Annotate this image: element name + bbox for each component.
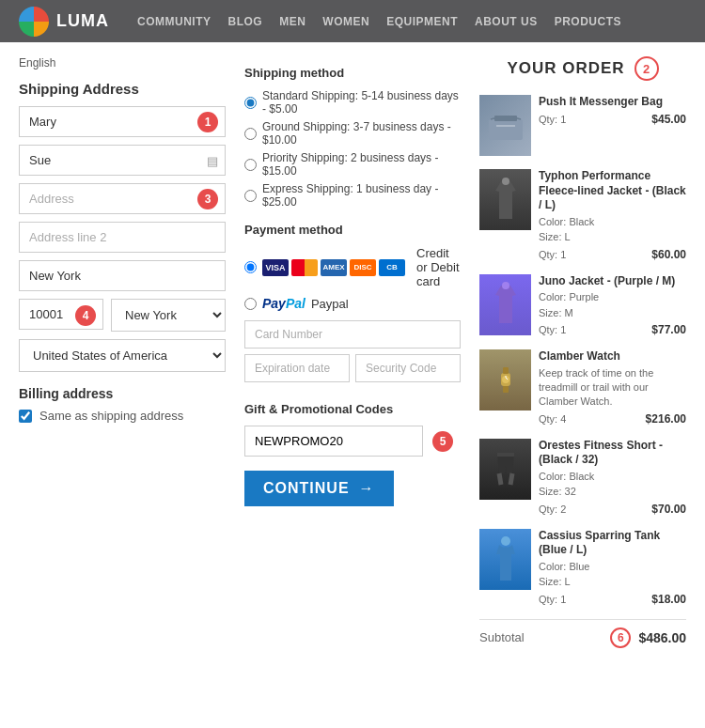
- shipping-address-title: Shipping Address: [19, 81, 226, 97]
- item-name-2: Juno Jacket - (Purple / M): [539, 274, 686, 289]
- country-select[interactable]: United States of America: [19, 339, 226, 372]
- shipping-option-3: Express Shipping: 1 business day - $25.0…: [244, 182, 461, 209]
- watch-svg: [492, 356, 520, 403]
- nav-products[interactable]: PRODUCTS: [555, 15, 621, 28]
- logo-icon: [19, 7, 49, 37]
- last-name-group: ▤: [19, 145, 226, 176]
- order-side: YOUR ORDER 2 Push It Messenger Bag Qty: …: [479, 56, 686, 648]
- billing-section: Billing address Same as shipping address: [19, 386, 226, 423]
- main-wrapper: English Shipping Address 1 ▤ 3: [0, 42, 705, 662]
- nav-blog[interactable]: BLOG: [228, 15, 263, 28]
- item-price-5: $18.00: [651, 593, 686, 606]
- item-name-3: Clamber Watch: [539, 349, 686, 364]
- item-price-2: $77.00: [651, 323, 686, 336]
- item-qty-5: Qty: 1: [539, 594, 566, 605]
- same-shipping-label: Same as shipping address: [39, 409, 183, 423]
- order-badge: 2: [634, 56, 659, 81]
- card-number-input[interactable]: [244, 320, 461, 349]
- nav-community[interactable]: COMMUNITY: [137, 15, 212, 28]
- cvv-input[interactable]: [355, 354, 461, 382]
- shipping-label-1: Ground Shipping: 3-7 business days - $10…: [262, 120, 461, 147]
- item-qty-price-1: Qty: 1 $60.00: [539, 248, 686, 261]
- nav-about[interactable]: ABOUT US: [475, 15, 538, 28]
- first-name-input[interactable]: [19, 106, 226, 137]
- payment-section: Payment method VISA MC AMEX DISC CB Cred…: [244, 223, 461, 388]
- juno-svg: [492, 281, 520, 328]
- order-title: YOUR ORDER: [507, 59, 624, 78]
- paypal-label: Paypal: [311, 297, 349, 311]
- item-qty-0: Qty: 1: [539, 114, 566, 125]
- item-qty-3: Qty: 4: [539, 413, 566, 425]
- shipping-radio-2[interactable]: [244, 159, 257, 171]
- last-name-input[interactable]: [19, 145, 226, 176]
- order-item-3: Clamber Watch Keep track of time on the …: [479, 349, 686, 426]
- badge-4: 4: [75, 305, 96, 326]
- svg-rect-2: [496, 125, 515, 127]
- address1-input[interactable]: [19, 183, 226, 214]
- city-group: [19, 260, 226, 291]
- card-icons: VISA MC AMEX DISC CB: [262, 259, 405, 276]
- item-img-2: [479, 274, 531, 335]
- item-color-1: Color: Black: [539, 215, 686, 229]
- item-price-3: $216.00: [646, 412, 686, 426]
- item-qty-4: Qty: 2: [539, 503, 566, 515]
- item-name-1: Typhon Performance Fleece-lined Jacket -…: [539, 169, 686, 213]
- shipping-method-title: Shipping method: [244, 66, 461, 80]
- gift-input-container: 5: [244, 426, 461, 457]
- main-nav: COMMUNITY BLOG MEN WOMEN EQUIPMENT ABOUT…: [137, 15, 621, 28]
- item-details-2: Juno Jacket - (Purple / M) Color: Purple…: [539, 274, 686, 336]
- paypal-pal: Pal: [286, 296, 306, 311]
- credit-card-row: VISA MC AMEX DISC CB Credit or Debit car…: [244, 246, 461, 288]
- nav-women[interactable]: WOMEN: [322, 15, 369, 28]
- same-shipping-checkbox[interactable]: [19, 410, 32, 423]
- item-price-0: $45.00: [651, 113, 686, 126]
- item-qty-price-4: Qty: 2 $70.00: [539, 503, 686, 516]
- item-size-2: Size: M: [539, 306, 686, 320]
- country-group: United States of America: [19, 339, 226, 372]
- card-expiry-cvv-row: [244, 354, 461, 388]
- svg-point-14: [501, 536, 510, 546]
- payment-paypal-radio[interactable]: [244, 298, 257, 310]
- svg-line-12: [499, 473, 501, 485]
- middle-side: Shipping method Standard Shipping: 5-14 …: [244, 56, 461, 648]
- item-qty-2: Qty: 1: [539, 324, 566, 335]
- item-price-1: $60.00: [651, 248, 686, 261]
- address-book-icon: ▤: [207, 153, 218, 167]
- expiry-input[interactable]: [244, 354, 350, 382]
- continue-arrow-icon: →: [359, 480, 375, 497]
- shorts-svg: [492, 445, 520, 492]
- item-color-5: Color: Blue: [539, 560, 686, 574]
- item-size-4: Size: 32: [539, 485, 686, 499]
- svg-point-4: [502, 282, 509, 289]
- item-img-3: [479, 349, 531, 410]
- address2-input[interactable]: [19, 222, 226, 253]
- order-item-4: Orestes Fitness Short - (Black / 32) Col…: [479, 439, 686, 516]
- badge-5: 5: [432, 431, 453, 452]
- shipping-radio-1[interactable]: [244, 128, 257, 140]
- state-select[interactable]: New York: [111, 299, 226, 332]
- shipping-radio-0[interactable]: [244, 97, 257, 109]
- shipping-radio-3[interactable]: [244, 190, 257, 202]
- payment-card-radio[interactable]: [244, 261, 257, 273]
- nav-equipment[interactable]: EQUIPMENT: [386, 15, 458, 28]
- discover-icon: DISC: [350, 259, 376, 276]
- jacket-svg: [492, 177, 520, 224]
- site-header: LUMA COMMUNITY BLOG MEN WOMEN EQUIPMENT …: [0, 0, 705, 42]
- shipping-option-2: Priority Shipping: 2 business days - $15…: [244, 151, 461, 178]
- logo-area[interactable]: LUMA: [19, 7, 109, 37]
- visa-icon: VISA: [262, 259, 289, 276]
- first-name-group: 1: [19, 106, 226, 137]
- order-item-5: Cassius Sparring Tank (Blue / L) Color: …: [479, 529, 686, 606]
- item-name-0: Push It Messenger Bag: [539, 95, 686, 110]
- city-input[interactable]: [19, 260, 226, 291]
- paypal-logo: PayPal: [262, 296, 306, 311]
- order-item-1: Typhon Performance Fleece-lined Jacket -…: [479, 169, 686, 261]
- item-qty-price-0: Qty: 1 $45.00: [539, 113, 686, 126]
- shipping-label-0: Standard Shipping: 5-14 business days - …: [262, 89, 461, 116]
- item-img-0: [479, 95, 531, 156]
- gift-code-input[interactable]: [244, 426, 423, 457]
- item-details-3: Clamber Watch Keep track of time on the …: [539, 349, 686, 426]
- nav-men[interactable]: MEN: [279, 15, 306, 28]
- mastercard-icon: MC: [291, 259, 318, 276]
- continue-button[interactable]: CONTINUE →: [244, 471, 394, 506]
